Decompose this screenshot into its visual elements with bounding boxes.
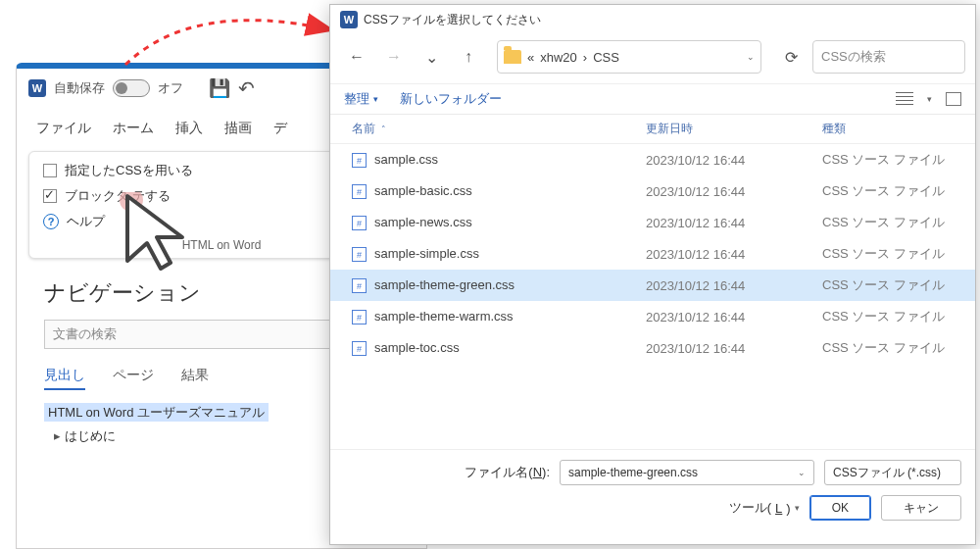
dialog-bottom: ファイル名(N): sample-theme-green.css ⌄ CSSファ… — [330, 449, 975, 544]
file-list: 名前 ˄ 更新日時 種類 サ #sample.css2023/10/12 16:… — [330, 114, 975, 449]
checkbox-block-default[interactable] — [43, 189, 57, 203]
dialog-toolbar: 整理 ▾ 新しいフォルダー ▾ — [330, 84, 975, 114]
folder-icon — [504, 50, 521, 64]
nav-recent-button[interactable]: ⌄ — [415, 40, 448, 74]
save-icon[interactable]: 💾 — [209, 77, 230, 99]
file-row[interactable]: #sample.css2023/10/12 16:44CSS ソース ファイル — [330, 144, 975, 175]
undo-icon[interactable]: ↶ — [238, 76, 255, 100]
refresh-button[interactable]: ⟳ — [773, 40, 808, 74]
dialog-search-input[interactable]: CSSの検索 — [812, 40, 965, 74]
nav-forward-button[interactable]: → — [377, 40, 411, 74]
nav-up-button[interactable]: ↑ — [452, 40, 485, 74]
cancel-button[interactable]: キャン — [881, 495, 961, 521]
checkbox-use-css[interactable] — [43, 164, 57, 177]
toolbar-organize[interactable]: 整理 ▾ — [344, 90, 378, 108]
ok-button[interactable]: OK — [809, 495, 871, 521]
view-mode-dropdown[interactable]: ▾ — [927, 94, 932, 104]
breadcrumb[interactable]: « xhw20 › CSS ⌄ — [497, 40, 761, 74]
css-file-icon: # — [352, 341, 367, 356]
label-help[interactable]: ヘルプ — [67, 213, 105, 230]
css-file-icon: # — [352, 247, 367, 262]
help-icon[interactable]: ? — [43, 214, 59, 229]
sort-asc-icon: ˄ — [381, 125, 386, 134]
col-date[interactable]: 更新日時 — [646, 121, 822, 137]
chevron-down-icon: ▾ — [373, 94, 378, 104]
css-file-icon: # — [352, 153, 367, 168]
dialog-titlebar: W CSSファイルを選択してください — [330, 5, 975, 34]
css-file-icon: # — [352, 310, 367, 324]
nav-back-button[interactable]: ← — [340, 40, 373, 74]
file-row[interactable]: #sample-theme-warm.css2023/10/12 16:44CS… — [330, 301, 975, 332]
filetype-filter[interactable]: CSSファイル (*.css) — [824, 460, 961, 485]
dialog-app-icon: W — [340, 11, 358, 28]
filename-label: ファイル名(N): — [465, 464, 550, 481]
file-list-header: 名前 ˄ 更新日時 種類 サ — [330, 115, 975, 144]
autosave-toggle[interactable] — [113, 79, 150, 97]
label-use-css[interactable]: 指定したCSSを用いる — [65, 162, 193, 179]
chevron-down-icon: ▾ — [795, 503, 800, 513]
tab-file[interactable]: ファイル — [34, 116, 93, 141]
breadcrumb-part1[interactable]: xhw20 — [540, 50, 577, 65]
dialog-title-text: CSSファイルを選択してください — [364, 12, 541, 28]
breadcrumb-sep: › — [583, 50, 587, 65]
autosave-label: 自動保存 — [54, 79, 105, 97]
tab-home[interactable]: ホーム — [111, 116, 156, 141]
col-name[interactable]: 名前 ˄ — [352, 121, 646, 137]
file-row[interactable]: #sample-news.css2023/10/12 16:44CSS ソース … — [330, 207, 975, 238]
dialog-nav-row: ← → ⌄ ↑ « xhw20 › CSS ⌄ ⟳ CSSの検索 — [330, 34, 975, 84]
autosave-state: オフ — [158, 79, 183, 97]
nav-tab-results[interactable]: 結果 — [181, 367, 209, 390]
nav-tab-pages[interactable]: ページ — [113, 367, 154, 390]
tools-dropdown[interactable]: ツール(L) ▾ — [729, 499, 800, 517]
toolbar-newfolder[interactable]: 新しいフォルダー — [400, 90, 502, 108]
file-row[interactable]: #sample-toc.css2023/10/12 16:44CSS ソース フ… — [330, 332, 975, 364]
annotation-arrow — [114, 6, 349, 75]
tab-insert[interactable]: 挿入 — [173, 116, 205, 141]
tab-draw[interactable]: 描画 — [222, 116, 254, 141]
file-row[interactable]: #sample-theme-green.css2023/10/12 16:44C… — [330, 270, 975, 301]
css-file-icon: # — [352, 184, 367, 199]
nav-doc-title[interactable]: HTML on Word ユーザーズマニュアル — [44, 403, 269, 422]
tab-design[interactable]: デ — [271, 116, 289, 141]
css-file-icon: # — [352, 278, 367, 293]
css-file-icon: # — [352, 216, 367, 230]
view-mode-icon[interactable] — [896, 92, 913, 106]
col-type[interactable]: 種類 — [822, 121, 975, 137]
filename-dropdown-icon[interactable]: ⌄ — [798, 468, 806, 477]
filename-input[interactable]: sample-theme-green.css ⌄ — [560, 460, 814, 485]
breadcrumb-prefix: « — [527, 50, 534, 65]
file-row[interactable]: #sample-simple.css2023/10/12 16:44CSS ソー… — [330, 238, 975, 270]
nav-tab-headings[interactable]: 見出し — [44, 367, 85, 390]
breadcrumb-dropdown-icon[interactable]: ⌄ — [747, 52, 755, 62]
file-open-dialog: W CSSファイルを選択してください ← → ⌄ ↑ « xhw20 › CSS… — [329, 4, 976, 545]
annotation-cursor — [118, 192, 196, 280]
breadcrumb-part2[interactable]: CSS — [593, 50, 619, 65]
word-app-icon: W — [28, 79, 46, 97]
file-row[interactable]: #sample-basic.css2023/10/12 16:44CSS ソース… — [330, 175, 975, 207]
preview-pane-icon[interactable] — [946, 92, 961, 106]
